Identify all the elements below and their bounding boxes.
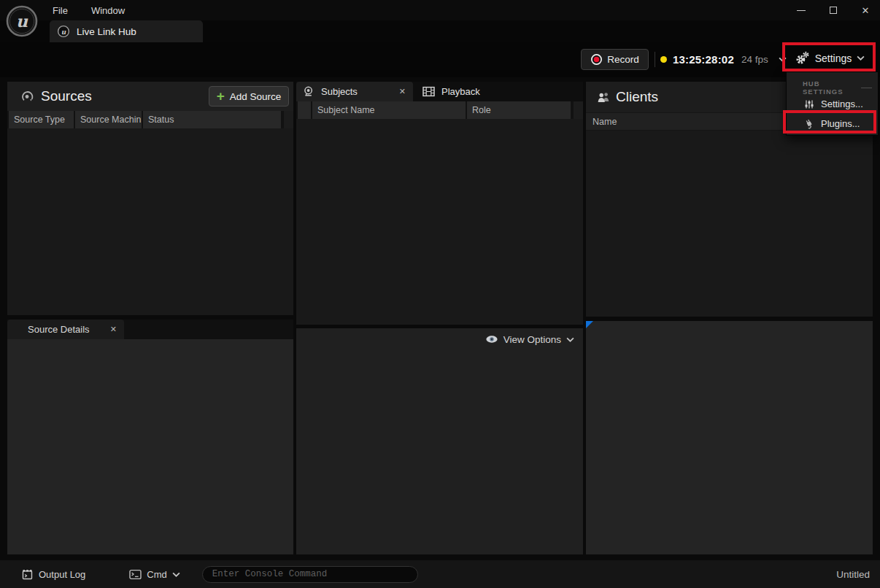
toolbar-divider bbox=[655, 52, 655, 67]
subjects-column-headers: Subject Name Role bbox=[296, 101, 583, 119]
svg-text:u: u bbox=[61, 28, 66, 36]
subjects-tabrow: Subjects ✕ Playback bbox=[296, 82, 583, 101]
document-title: Untitled bbox=[836, 569, 870, 580]
record-icon bbox=[590, 53, 603, 66]
column-header-blank bbox=[298, 101, 311, 119]
column-header-filler bbox=[284, 111, 293, 128]
tab-label: Live Link Hub bbox=[77, 26, 136, 37]
window-close-button[interactable]: ✕ bbox=[860, 4, 871, 16]
view-options-chevron-down-icon bbox=[566, 337, 574, 342]
cmd-chevron-down-icon bbox=[172, 572, 180, 577]
record-label: Record bbox=[607, 54, 639, 65]
subjects-tab-label: Subjects bbox=[321, 86, 358, 97]
titlebar: File Window ✕ bbox=[0, 0, 880, 20]
source-details-panel: Source Details ✕ bbox=[7, 320, 293, 554]
settings-dropdown-menu: HUB SETTINGS Settings... bbox=[786, 71, 879, 136]
settings-button[interactable]: Settings bbox=[787, 46, 873, 70]
subjects-panel: Subjects ✕ Playback Subject Name bbox=[296, 82, 583, 325]
window-maximize-button[interactable] bbox=[827, 4, 839, 16]
output-log-icon bbox=[22, 569, 33, 580]
live-link-hub-window: File Window ✕ u u Live Link Hub bbox=[0, 0, 880, 588]
window-minimize-button[interactable] bbox=[795, 4, 807, 16]
column-header-role[interactable]: Role bbox=[467, 101, 571, 119]
fps-chevron-down-icon[interactable] bbox=[779, 57, 787, 62]
column-header-status[interactable]: Status bbox=[143, 111, 281, 128]
statusbar: Output Log Cmd Untitled bbox=[0, 560, 880, 588]
plus-icon: + bbox=[217, 89, 225, 103]
close-icon[interactable]: ✕ bbox=[399, 87, 406, 96]
sources-title: Sources bbox=[41, 88, 92, 104]
film-icon bbox=[422, 86, 435, 97]
menu-file[interactable]: File bbox=[50, 4, 71, 18]
client-details-panel bbox=[586, 321, 873, 554]
preview-panel: View Options bbox=[296, 328, 583, 554]
eye-icon bbox=[485, 335, 498, 344]
svg-text:u: u bbox=[16, 12, 28, 31]
source-details-tabrow: Source Details ✕ bbox=[7, 320, 293, 339]
sources-header: Sources + Add Source bbox=[7, 82, 293, 111]
view-options-label: View Options bbox=[503, 334, 561, 345]
tabbar: u Live Link Hub bbox=[0, 20, 880, 42]
minimize-icon bbox=[797, 10, 806, 11]
webcam-icon bbox=[303, 86, 314, 97]
gears-icon bbox=[795, 51, 810, 65]
settings-label: Settings bbox=[815, 53, 852, 64]
menu-item-plugins[interactable]: Plugins... bbox=[787, 115, 878, 132]
column-header-subject-name[interactable]: Subject Name bbox=[312, 101, 466, 119]
timecode-status: 13:25:28:02 24 fps bbox=[660, 49, 787, 70]
terminal-icon bbox=[129, 569, 142, 580]
cmd-dropdown-button[interactable]: Cmd bbox=[129, 569, 180, 580]
source-details-body bbox=[7, 339, 293, 554]
cmd-label: Cmd bbox=[147, 569, 166, 580]
timecode-status-dot bbox=[660, 56, 667, 63]
view-options-row: View Options bbox=[296, 328, 583, 350]
record-button[interactable]: Record bbox=[581, 49, 649, 70]
maximize-icon bbox=[830, 7, 837, 14]
sources-column-headers: Source Type Source Machin Status bbox=[7, 111, 293, 128]
tab-playback[interactable]: Playback bbox=[413, 82, 501, 101]
tab-source-details[interactable]: Source Details ✕ bbox=[7, 320, 124, 339]
fps-value: 24 fps bbox=[741, 54, 768, 65]
menu-item-settings[interactable]: Settings... bbox=[787, 96, 878, 112]
clients-title: Clients bbox=[616, 89, 658, 105]
sources-panel: Sources + Add Source Source Type Source … bbox=[7, 82, 293, 315]
window-controls: ✕ bbox=[795, 0, 871, 20]
tab-subjects[interactable]: Subjects ✕ bbox=[296, 82, 413, 101]
blue-corner-marker bbox=[586, 321, 593, 328]
view-options-button[interactable]: View Options bbox=[485, 334, 574, 345]
close-icon[interactable]: ✕ bbox=[110, 325, 117, 334]
menu-item-settings-label: Settings... bbox=[821, 98, 863, 109]
sliders-icon bbox=[804, 99, 814, 109]
menubar: File Window bbox=[50, 0, 128, 20]
menu-window[interactable]: Window bbox=[88, 4, 128, 18]
sources-icon bbox=[20, 90, 36, 104]
add-source-button[interactable]: + Add Source bbox=[209, 86, 289, 107]
menu-item-plugins-label: Plugins... bbox=[821, 118, 860, 129]
column-header-filler bbox=[574, 101, 583, 119]
column-header-source-type[interactable]: Source Type bbox=[9, 111, 74, 128]
timecode-value: 13:25:28:02 bbox=[673, 53, 734, 66]
output-log-label: Output Log bbox=[39, 569, 85, 580]
output-log-button[interactable]: Output Log bbox=[22, 569, 85, 580]
unreal-logo: u bbox=[6, 5, 38, 37]
source-details-tab-label: Source Details bbox=[28, 324, 90, 335]
live-link-tab-icon: u bbox=[57, 25, 70, 38]
playback-tab-label: Playback bbox=[441, 86, 480, 97]
console-command-input[interactable] bbox=[202, 566, 418, 583]
plug-icon bbox=[804, 119, 814, 129]
add-source-label: Add Source bbox=[230, 91, 282, 102]
hub-settings-section: HUB SETTINGS bbox=[787, 82, 878, 93]
hub-settings-section-label: HUB SETTINGS bbox=[803, 80, 861, 96]
section-divider bbox=[861, 88, 872, 88]
column-header-source-machine[interactable]: Source Machin bbox=[75, 111, 142, 128]
people-icon bbox=[597, 92, 611, 103]
settings-chevron-down-icon bbox=[857, 55, 865, 61]
tab-live-link-hub[interactable]: u Live Link Hub bbox=[50, 20, 203, 42]
